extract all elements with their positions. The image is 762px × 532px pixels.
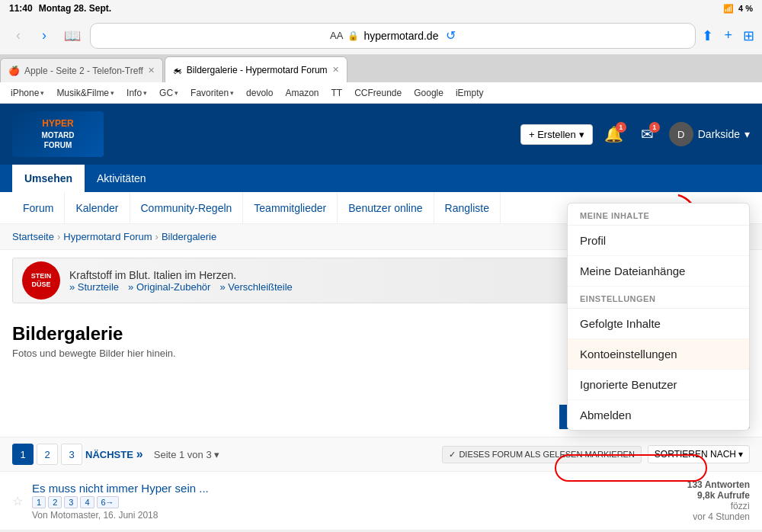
dropdown-item-abmelden[interactable]: Abmelden [568,400,749,430]
dropdown-section-meine-inhalte: MEINE INHALTE [568,204,749,226]
navrow-kalender[interactable]: Kalender [65,192,130,224]
status-bar: 11:40 Montag 28. Sept. 📶 4 % [0,0,762,17]
ad-links: » Sturzteile » Original-Zubehör » Versch… [69,281,293,293]
bookmarks-button[interactable]: 📖 [61,27,84,44]
page-btn-3[interactable]: 3 [61,444,82,465]
navrow-rangliste-label: Rangliste [445,202,489,214]
reload-button[interactable]: ↺ [446,28,456,43]
navrow-rangliste[interactable]: Rangliste [434,192,501,224]
thread-stats: 133 Antworten 9,8k Aufrufe fözzì vor 4 S… [658,479,750,522]
create-button[interactable]: + Erstellen ▾ [520,124,593,145]
dropdown-item-gefolgte[interactable]: Gefolgte Inhalte [568,309,749,339]
pagination-row: 1 2 3 NÄCHSTE » Seite 1 von 3 ▾ ✓ DIESES… [0,437,762,472]
thread-last-activity: fözzì vor 4 Stunden [658,501,750,522]
user-menu-button[interactable]: D Darkside ▾ [669,122,750,146]
nav-item-gc[interactable]: GC ▾ [155,86,183,100]
nav-item-amazon[interactable]: Amazon [280,86,323,100]
thread-title[interactable]: Es muss nicht immer Hyper sein ... [32,482,649,495]
ad-content: Kraftstoff im Blut. Italien im Herzen. »… [69,269,293,293]
nav-item-musikfilme-label: Musik&Filme [56,88,109,98]
chevron-down-icon: ▾ [174,89,178,97]
nav-item-ccfreunde[interactable]: CCFreunde [350,86,406,100]
url-bar[interactable]: AA 🔒 hypermotard.de ↺ [90,23,696,49]
dropdown-section-einstellungen: EINSTELLUNGEN [568,287,749,309]
mark-read-label: DIESES FORUM ALS GELESEN MARKIEREN [459,450,634,459]
dropdown-item-profil[interactable]: Profil [568,226,749,256]
breadcrumb-hypermotard[interactable]: Hypermotard Forum [63,231,152,242]
dropdown-item-ignorierte[interactable]: Ignorierte Benutzer [568,370,749,400]
chevron-down-icon: ▾ [738,449,743,460]
nav-item-info[interactable]: Info ▾ [122,86,152,100]
tab-apple[interactable]: 🍎 Apple - Seite 2 - Telefon-Treff ✕ [0,58,163,82]
nav-item-devolo[interactable]: devolo [242,86,277,100]
dropdown-item-dateianhange[interactable]: Meine Dateianhänge [568,256,749,287]
thread-page-1[interactable]: 1 [32,496,46,508]
nav-item-iphone[interactable]: iPhone ▾ [6,86,49,100]
thread-meta: Von Motomaster, 16. Juni 2018 [32,510,649,521]
subnav-item-umsehen[interactable]: Umsehen [12,165,85,192]
nav-item-favoriten-label: Favoriten [190,88,229,98]
status-left: 11:40 Montag 28. Sept. [9,3,111,14]
ad-logo: STEINDÜSE [22,261,60,300]
ad-link-zubehor[interactable]: » Original-Zubehör [128,281,210,293]
thread-star-icon[interactable]: ☆ [12,494,23,508]
thread-info: Es muss nicht immer Hyper sein ... 1 2 3… [32,482,649,521]
thread-page-6[interactable]: 6→ [97,496,119,508]
nav-item-ccfreunde-label: CCFreunde [354,88,402,98]
tabs-button[interactable]: ⊞ [743,27,754,44]
safari-bar: ‹ › 📖 AA 🔒 hypermotard.de ↺ ⬆ + ⊞ [0,17,762,55]
nav-item-google[interactable]: Google [409,86,448,100]
nav-item-favoriten[interactable]: Favoriten ▾ [186,86,239,100]
navrow-benutzer-online[interactable]: Benutzer online [338,192,434,224]
reader-mode-aa[interactable]: AA [330,30,343,41]
thread-last-author: fözzì [731,501,750,511]
dropdown-item-konto[interactable]: Kontoeinstellungen [568,339,749,370]
next-page-label[interactable]: NÄCHSTE [85,449,133,460]
mark-read-button[interactable]: ✓ DIESES FORUM ALS GELESEN MARKIEREN [442,446,641,463]
sort-label: SORTIEREN NACH [655,449,736,460]
breadcrumb-bildergalerie[interactable]: Bildergalerie [162,231,216,242]
tab-close-apple[interactable]: ✕ [148,66,155,75]
page-buttons: 1 2 3 NÄCHSTE » Seite 1 von 3 ▾ [12,444,219,465]
ad-link-verschleis[interactable]: » Verschleißteile [219,281,292,293]
notification-count: 1 [616,122,626,133]
thread-page-3[interactable]: 3 [64,496,78,508]
breadcrumb-startseite[interactable]: Startseite [12,231,54,242]
thread-page-2[interactable]: 2 [48,496,62,508]
thread-author: Motomaster [50,510,98,521]
thread-title-text: Es muss nicht immer Hyper sein ... [32,482,209,495]
messages-count: 1 [649,122,660,133]
create-button-label: + Erstellen [529,129,576,140]
messages-button[interactable]: ✉ 1 [636,122,660,146]
tab-label-apple: Apple - Seite 2 - Telefon-Treff [24,66,143,76]
navrow-online-label: Benutzer online [348,202,422,214]
next-page-arrow[interactable]: » [136,447,143,461]
ad-link-sturzteile[interactable]: » Sturzteile [69,281,119,293]
thread-page-4[interactable]: 4 [80,496,94,508]
browser-tabs: 🍎 Apple - Seite 2 - Telefon-Treff ✕ 🏍 Bi… [0,55,762,82]
nav-item-tt[interactable]: TT [327,86,347,100]
tab-hypermotard[interactable]: 🏍 Bildergalerie - Hypermotard Forum ✕ [165,56,347,82]
ad-headline: Kraftstoff im Blut. Italien im Herzen. [69,269,293,281]
back-button[interactable]: ‹ [8,25,29,46]
new-tab-button[interactable]: + [724,27,732,43]
tab-close-hypermotard[interactable]: ✕ [332,65,339,75]
navrow-teammitglieder[interactable]: Teammitglieder [243,192,338,224]
navrow-forum[interactable]: Forum [12,192,65,224]
navrow-team-label: Teammitglieder [254,202,326,214]
subnav-aktivitaeten-label: Aktivitäten [97,172,146,184]
thread-replies: 133 Antworten [658,479,750,490]
share-button[interactable]: ⬆ [702,27,713,44]
sort-button[interactable]: SORTIEREN NACH ▾ [648,445,750,463]
forward-button[interactable]: › [34,25,55,46]
page-btn-2[interactable]: 2 [37,444,58,465]
avatar-initials: D [677,129,684,140]
navrow-community-regeln[interactable]: Community-Regeln [130,192,244,224]
nav-item-iempty[interactable]: iEmpty [451,86,488,100]
page-btn-1[interactable]: 1 [12,444,34,465]
thread-views-val: 9,8k Aufrufe [697,490,750,501]
ad-logo-text: STEINDÜSE [31,272,52,289]
notifications-button[interactable]: 🔔 1 [602,122,626,146]
nav-item-musikfilme[interactable]: Musik&Filme ▾ [52,86,119,100]
subnav-item-aktivitaeten[interactable]: Aktivitäten [85,165,158,192]
